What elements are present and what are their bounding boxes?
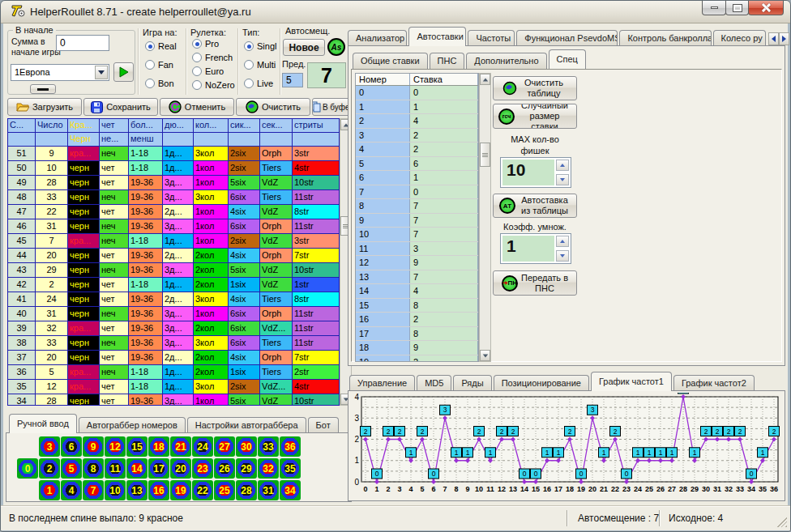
multiplier-stepper[interactable]: 1: [500, 233, 571, 264]
num-button-31[interactable]: 31: [258, 480, 279, 500]
num-button-12[interactable]: 12: [105, 436, 126, 457]
tab-ряды[interactable]: Ряды: [453, 375, 491, 391]
clear-table-button[interactable]: Очистить таблицу: [493, 76, 577, 100]
num-button-34[interactable]: 34: [280, 480, 301, 500]
сохранить-button[interactable]: Сохранить: [83, 98, 158, 116]
tab-анализатор[interactable]: Анализатор: [348, 30, 407, 46]
title-bar[interactable]: HelperRoullet 8.71 - create helperroulle…: [1, 1, 790, 23]
num-button-29[interactable]: 29: [236, 458, 257, 479]
close-button[interactable]: [748, 1, 784, 15]
tab-md5[interactable]: MD5: [417, 375, 451, 391]
num-button-6[interactable]: 6: [61, 436, 82, 457]
num-button-26[interactable]: 26: [214, 458, 235, 479]
num-button-11[interactable]: 11: [105, 458, 126, 479]
tab-график-частот1[interactable]: График частот1: [591, 372, 672, 391]
start-sum-input[interactable]: [56, 35, 109, 51]
new-autoshift-button[interactable]: Новое: [283, 39, 325, 56]
tab-бот[interactable]: Бот: [308, 417, 339, 433]
subtab-пнс[interactable]: ПНС: [430, 53, 465, 69]
num-button-4[interactable]: 4: [61, 480, 82, 500]
radio-multi[interactable]: Multi: [244, 60, 276, 70]
subtab-дополнительно[interactable]: Дополнительно: [466, 53, 546, 69]
num-button-21[interactable]: 21: [170, 436, 191, 457]
scroll-thumb[interactable]: [480, 143, 490, 167]
num-button-13[interactable]: 13: [126, 480, 148, 500]
radio-real[interactable]: Real: [145, 41, 177, 51]
preset-combo[interactable]: 1Европа: [11, 64, 109, 81]
tab-контроль-банкролла[interactable]: Контроль банкролла: [619, 30, 711, 46]
num-button-0[interactable]: 0: [17, 458, 38, 479]
radio-bon[interactable]: Bon: [145, 79, 177, 88]
maximize-button[interactable]: [725, 1, 749, 15]
radio-french[interactable]: French: [192, 53, 235, 62]
random-bet-button[interactable]: гсч Случайный размер ставки: [493, 104, 577, 129]
num-button-10[interactable]: 10: [105, 480, 126, 500]
subtab-спец[interactable]: Спец: [549, 49, 586, 69]
combo-dropdown-button[interactable]: [95, 66, 108, 79]
num-button-35[interactable]: 35: [280, 458, 301, 479]
отменить-button[interactable]: Отменить: [160, 98, 234, 116]
radio-nozero[interactable]: NoZero: [192, 80, 235, 90]
num-button-16[interactable]: 16: [148, 480, 169, 500]
очистить-button[interactable]: Очистить: [236, 98, 310, 116]
tab-колесо-ру[interactable]: Колесо ру: [713, 30, 766, 46]
tab-автоставки[interactable]: Автоставки: [408, 27, 466, 46]
scroll-up-button[interactable]: [480, 74, 490, 85]
num-button-8[interactable]: 8: [83, 458, 104, 479]
autobet-from-table-button[interactable]: АТ Автоставка из таблицы: [493, 194, 577, 218]
num-button-22[interactable]: 22: [192, 480, 213, 500]
в-буфер-button[interactable]: В буфер: [312, 98, 352, 116]
загрузить-button[interactable]: Загрузить: [7, 98, 82, 116]
num-button-25[interactable]: 25: [214, 480, 235, 500]
num-button-32[interactable]: 32: [258, 458, 279, 479]
radio-live[interactable]: Live: [244, 79, 276, 88]
num-button-3[interactable]: 3: [39, 436, 60, 457]
scroll-down-button[interactable]: [480, 350, 490, 361]
radio-singl[interactable]: Singl: [244, 41, 276, 51]
max-chips-stepper[interactable]: 10: [500, 157, 571, 188]
num-button-33[interactable]: 33: [258, 436, 279, 457]
num-button-15[interactable]: 15: [126, 436, 148, 457]
tabs-scroll-right-button[interactable]: [779, 32, 789, 45]
num-button-36[interactable]: 36: [280, 436, 301, 457]
tab-график-частот2[interactable]: График частот2: [673, 375, 755, 391]
subtab-общие-ставки[interactable]: Общие ставки: [353, 53, 428, 69]
tab-автограббер-номеров[interactable]: Автограббер номеров: [79, 417, 186, 433]
radio-euro[interactable]: Euro: [192, 66, 235, 76]
num-button-20[interactable]: 20: [170, 458, 191, 479]
num-button-2[interactable]: 2: [39, 458, 60, 479]
num-button-18[interactable]: 18: [148, 436, 169, 457]
tabs-scroll-left-button[interactable]: [768, 32, 779, 45]
tab-управление[interactable]: Управление: [349, 375, 415, 391]
num-button-5[interactable]: 5: [61, 458, 82, 479]
collapse-button[interactable]: [30, 84, 56, 94]
stepper-down-button[interactable]: [556, 250, 569, 262]
bet-table-scrollbar[interactable]: [479, 73, 491, 362]
resize-grip[interactable]: [777, 517, 787, 527]
tab-позиционирование[interactable]: Позиционирование: [494, 375, 589, 391]
max-chips-value[interactable]: 10: [502, 160, 554, 185]
num-button-7[interactable]: 7: [83, 480, 104, 500]
as-icon[interactable]: As: [327, 38, 345, 56]
stepper-up-button[interactable]: [556, 236, 569, 247]
num-button-24[interactable]: 24: [192, 436, 213, 457]
stepper-up-button[interactable]: [556, 160, 569, 171]
num-button-28[interactable]: 28: [236, 480, 257, 500]
multiplier-value[interactable]: 1: [502, 236, 554, 262]
num-button-14[interactable]: 14: [126, 458, 148, 479]
num-button-1[interactable]: 1: [39, 480, 60, 500]
play-button[interactable]: [113, 62, 134, 82]
num-button-27[interactable]: 27: [214, 436, 235, 457]
num-button-9[interactable]: 9: [83, 436, 104, 457]
stepper-down-button[interactable]: [556, 174, 569, 185]
num-button-19[interactable]: 19: [170, 480, 191, 500]
send-to-pns-button[interactable]: ➔ПН Передать в ПНС: [493, 270, 577, 296]
num-button-23[interactable]: 23: [192, 458, 213, 479]
num-button-30[interactable]: 30: [236, 436, 257, 457]
tab-частоты[interactable]: Частоты: [468, 30, 515, 46]
radio-pro[interactable]: Pro: [192, 39, 235, 49]
tab-функционал-psevdoms[interactable]: Функционал PsevdoMS: [516, 30, 618, 46]
tab-ручной-ввод[interactable]: Ручной ввод: [9, 414, 77, 433]
tab-настройки-автограббера[interactable]: Настройки автограббера: [187, 417, 306, 433]
radio-fan[interactable]: Fan: [145, 60, 177, 70]
